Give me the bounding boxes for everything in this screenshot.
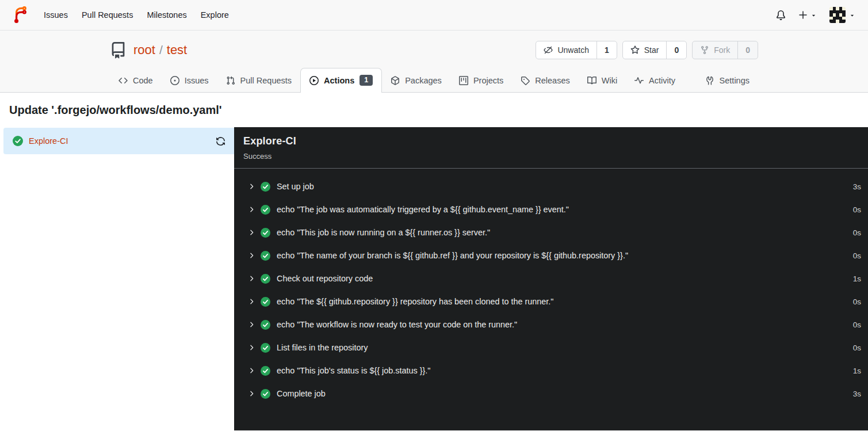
code-icon (118, 76, 128, 85)
tab-releases[interactable]: Releases (512, 70, 578, 92)
step-row[interactable]: echo "This job is now running on a ${{ r… (247, 221, 861, 244)
check-circle-icon (261, 343, 270, 353)
check-circle-icon (261, 389, 270, 399)
step-name: echo "The ${{ github.repository }} repos… (277, 297, 853, 306)
plus-icon (798, 10, 808, 20)
step-name: Complete job (277, 389, 853, 398)
check-circle-icon (261, 297, 270, 307)
chevron-right-icon (247, 344, 255, 352)
step-name: echo "The name of your branch is ${{ git… (277, 251, 853, 260)
chevron-right-icon (247, 390, 255, 398)
check-circle-icon (261, 274, 270, 284)
check-circle-icon (261, 251, 270, 261)
job-status-text: Success (243, 152, 859, 161)
repo-breadcrumb: root / test (133, 43, 187, 58)
step-name: List files in the repository (277, 343, 853, 352)
user-menu-dropdown[interactable] (829, 7, 855, 23)
step-duration: 3s (853, 390, 861, 398)
tab-code[interactable]: Code (110, 70, 162, 92)
chevron-right-icon (247, 321, 255, 329)
top-navbar: Issues Pull Requests Milestones Explore (0, 0, 868, 30)
step-duration: 1s (853, 274, 861, 283)
job-log-header: Explore-CI Success (234, 127, 868, 169)
check-circle-icon (261, 182, 270, 192)
workflow-run-view: Explore-CI Explore-CI Success Set up job… (0, 127, 868, 430)
step-name: echo "This job is now running on a ${{ r… (277, 228, 853, 237)
repo-owner-link[interactable]: root (133, 43, 155, 58)
pull-request-icon (226, 76, 235, 85)
forgejo-logo-icon[interactable] (12, 6, 29, 24)
chevron-right-icon (247, 367, 255, 375)
fork-icon (700, 45, 709, 55)
actions-count-badge: 1 (360, 75, 373, 86)
step-name: echo "This job's status is ${{ job.statu… (277, 366, 853, 375)
repo-separator: / (159, 43, 163, 57)
star-label: Star (644, 45, 659, 55)
job-name: Explore-CI (29, 136, 210, 146)
star-count[interactable]: 0 (666, 41, 686, 59)
step-row[interactable]: List files in the repository 0s (247, 336, 861, 359)
repo-icon (110, 42, 127, 59)
tab-label: Projects (473, 76, 503, 85)
job-title: Explore-CI (243, 135, 859, 147)
tools-icon (705, 76, 714, 85)
tab-wiki[interactable]: Wiki (579, 70, 626, 92)
step-name: echo "The job was automatically triggere… (277, 205, 853, 214)
fork-label: Fork (714, 45, 730, 55)
step-row[interactable]: Complete job 3s (247, 382, 861, 405)
nav-item-milestones[interactable]: Milestones (140, 5, 193, 25)
unwatch-label: Unwatch (557, 45, 588, 55)
play-circle-icon (309, 76, 319, 85)
issue-opened-icon (170, 76, 179, 85)
step-row[interactable]: echo "The name of your branch is ${{ git… (247, 244, 861, 267)
tab-actions[interactable]: Actions 1 (300, 68, 382, 93)
check-circle-icon (261, 228, 270, 238)
book-icon (587, 76, 596, 85)
refresh-icon[interactable] (216, 136, 225, 146)
step-row[interactable]: echo "The job was automatically triggere… (247, 198, 861, 221)
workflow-run-title: Update '.forgejo/workflows/demo.yaml' (0, 93, 868, 127)
tab-issues[interactable]: Issues (162, 70, 217, 92)
step-name: Check out repository code (277, 274, 853, 283)
step-duration: 0s (853, 297, 861, 306)
eye-slash-icon (544, 45, 553, 55)
step-row[interactable]: Set up job 3s (247, 175, 861, 198)
step-name: echo "The workflow is now ready to test … (277, 320, 853, 329)
step-row[interactable]: echo "The workflow is now ready to test … (247, 313, 861, 336)
tab-label: Code (133, 76, 153, 85)
nav-item-pull-requests[interactable]: Pull Requests (75, 5, 140, 25)
step-row[interactable]: echo "This job's status is ${{ job.statu… (247, 359, 861, 382)
step-row[interactable]: Check out repository code 1s (247, 267, 861, 290)
watch-count[interactable]: 1 (596, 41, 617, 59)
project-icon (459, 76, 468, 85)
step-duration: 0s (853, 251, 861, 260)
step-duration: 0s (853, 205, 861, 214)
chevron-right-icon (247, 182, 255, 190)
tab-packages[interactable]: Packages (382, 70, 450, 92)
tab-projects[interactable]: Projects (450, 70, 512, 92)
fork-count[interactable]: 0 (737, 41, 758, 59)
tab-label: Pull Requests (240, 76, 292, 85)
nav-item-explore[interactable]: Explore (194, 5, 236, 25)
tab-settings[interactable]: Settings (697, 70, 758, 92)
chevron-right-icon (247, 228, 255, 237)
nav-item-issues[interactable]: Issues (37, 5, 75, 25)
tab-pull-requests[interactable]: Pull Requests (217, 70, 300, 92)
repo-name-link[interactable]: test (167, 43, 187, 58)
check-circle-icon (13, 136, 23, 146)
star-button[interactable]: Star 0 (622, 41, 687, 59)
tag-icon (521, 76, 530, 85)
tab-activity[interactable]: Activity (626, 70, 684, 92)
chevron-right-icon (247, 274, 255, 283)
check-circle-icon (261, 205, 270, 215)
chevron-right-icon (247, 297, 255, 306)
unwatch-button[interactable]: Unwatch 1 (536, 41, 617, 59)
step-row[interactable]: echo "The ${{ github.repository }} repos… (247, 290, 861, 313)
create-new-dropdown[interactable] (798, 10, 817, 20)
bell-icon[interactable] (776, 10, 786, 20)
job-list-item-explore-ci[interactable]: Explore-CI (3, 128, 234, 154)
tab-label: Packages (405, 76, 442, 85)
repo-header: root / test Unwatch 1 (0, 30, 868, 93)
fork-button[interactable]: Fork 0 (692, 41, 758, 59)
step-name: Set up job (277, 182, 853, 191)
